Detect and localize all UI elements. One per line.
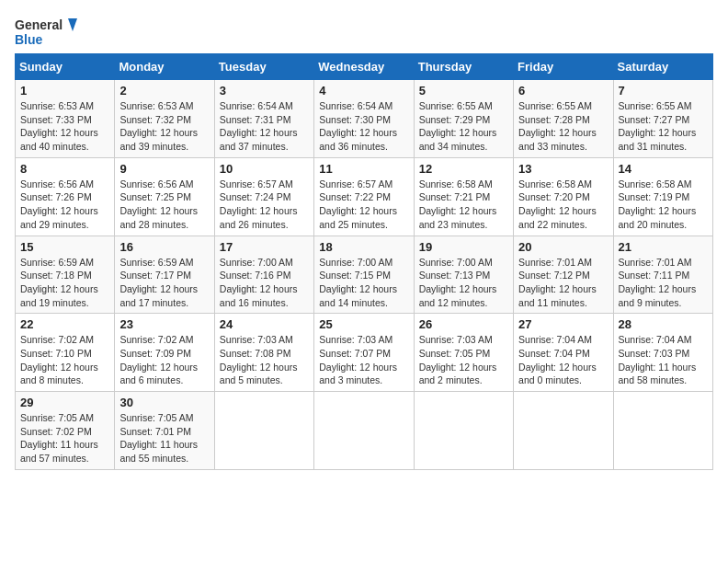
day-cell: 5Sunrise: 6:55 AMSunset: 7:29 PMDaylight…	[414, 80, 513, 158]
day-cell: 27Sunrise: 7:04 AMSunset: 7:04 PMDayligh…	[514, 314, 613, 392]
day-info: Sunrise: 6:59 AMSunset: 7:18 PMDaylight:…	[20, 256, 109, 310]
day-cell: 30Sunrise: 7:05 AMSunset: 7:01 PMDayligh…	[115, 392, 214, 470]
day-info: Sunrise: 6:55 AMSunset: 7:29 PMDaylight:…	[419, 99, 508, 154]
col-header-monday: Monday	[115, 54, 214, 80]
week-row-3: 15Sunrise: 6:59 AMSunset: 7:18 PMDayligh…	[16, 236, 713, 314]
day-cell: 14Sunrise: 6:58 AMSunset: 7:19 PMDayligh…	[613, 157, 712, 236]
day-number: 22	[20, 317, 109, 331]
day-number: 13	[518, 162, 608, 176]
day-cell: 17Sunrise: 7:00 AMSunset: 7:16 PMDayligh…	[214, 236, 313, 314]
day-cell: 11Sunrise: 6:57 AMSunset: 7:22 PMDayligh…	[314, 157, 414, 236]
day-number: 11	[319, 162, 408, 176]
day-info: Sunrise: 7:00 AMSunset: 7:16 PMDaylight:…	[220, 256, 309, 310]
day-info: Sunrise: 7:00 AMSunset: 7:15 PMDaylight:…	[319, 256, 408, 310]
day-number: 3	[220, 84, 309, 98]
day-number: 29	[20, 396, 109, 409]
day-cell: 26Sunrise: 7:03 AMSunset: 7:05 PMDayligh…	[414, 314, 513, 392]
day-number: 20	[518, 240, 608, 254]
day-number: 5	[419, 84, 508, 98]
day-cell	[613, 392, 712, 470]
day-info: Sunrise: 7:04 AMSunset: 7:04 PMDaylight:…	[518, 333, 608, 387]
day-info: Sunrise: 7:02 AMSunset: 7:10 PMDaylight:…	[20, 333, 109, 387]
day-cell	[414, 392, 513, 470]
day-cell: 10Sunrise: 6:57 AMSunset: 7:24 PMDayligh…	[214, 157, 313, 236]
day-info: Sunrise: 6:53 AMSunset: 7:33 PMDaylight:…	[20, 99, 109, 154]
day-cell: 21Sunrise: 7:01 AMSunset: 7:11 PMDayligh…	[613, 236, 712, 314]
day-number: 14	[619, 162, 708, 176]
day-cell: 22Sunrise: 7:02 AMSunset: 7:10 PMDayligh…	[16, 314, 115, 392]
day-number: 7	[619, 84, 708, 98]
day-number: 1	[20, 84, 109, 98]
day-number: 16	[119, 240, 209, 254]
day-number: 27	[518, 317, 608, 331]
calendar-table: SundayMondayTuesdayWednesdayThursdayFrid…	[15, 53, 713, 470]
day-info: Sunrise: 7:01 AMSunset: 7:12 PMDaylight:…	[518, 256, 608, 310]
day-cell: 28Sunrise: 7:04 AMSunset: 7:03 PMDayligh…	[613, 314, 712, 392]
day-cell: 15Sunrise: 6:59 AMSunset: 7:18 PMDayligh…	[16, 236, 115, 314]
day-info: Sunrise: 6:55 AMSunset: 7:28 PMDaylight:…	[518, 99, 608, 154]
day-cell: 8Sunrise: 6:56 AMSunset: 7:26 PMDaylight…	[16, 157, 115, 236]
day-cell: 7Sunrise: 6:55 AMSunset: 7:27 PMDaylight…	[613, 80, 712, 158]
day-cell: 2Sunrise: 6:53 AMSunset: 7:32 PMDaylight…	[115, 80, 214, 158]
day-info: Sunrise: 6:59 AMSunset: 7:17 PMDaylight:…	[119, 256, 209, 310]
day-number: 12	[419, 162, 508, 176]
col-header-tuesday: Tuesday	[214, 54, 313, 80]
day-cell: 16Sunrise: 6:59 AMSunset: 7:17 PMDayligh…	[115, 236, 214, 314]
col-header-wednesday: Wednesday	[314, 54, 414, 80]
day-cell: 4Sunrise: 6:54 AMSunset: 7:30 PMDaylight…	[314, 80, 414, 158]
day-number: 30	[119, 396, 209, 409]
svg-marker-2	[68, 18, 77, 31]
day-cell: 6Sunrise: 6:55 AMSunset: 7:28 PMDaylight…	[514, 80, 613, 158]
day-cell: 12Sunrise: 6:58 AMSunset: 7:21 PMDayligh…	[414, 157, 513, 236]
day-number: 17	[220, 240, 309, 254]
week-row-2: 8Sunrise: 6:56 AMSunset: 7:26 PMDaylight…	[16, 157, 713, 236]
logo-svg: General Blue	[15, 15, 79, 50]
day-cell: 24Sunrise: 7:03 AMSunset: 7:08 PMDayligh…	[214, 314, 313, 392]
day-cell	[314, 392, 414, 470]
day-number: 24	[220, 317, 309, 331]
day-info: Sunrise: 6:58 AMSunset: 7:21 PMDaylight:…	[419, 178, 508, 232]
day-number: 25	[319, 317, 408, 331]
svg-text:Blue: Blue	[15, 32, 43, 47]
day-info: Sunrise: 7:00 AMSunset: 7:13 PMDaylight:…	[419, 256, 508, 310]
col-header-saturday: Saturday	[613, 54, 712, 80]
day-number: 6	[518, 84, 608, 98]
day-number: 28	[619, 317, 708, 331]
day-info: Sunrise: 7:05 AMSunset: 7:02 PMDaylight:…	[20, 411, 109, 465]
day-info: Sunrise: 7:02 AMSunset: 7:09 PMDaylight:…	[119, 333, 209, 387]
day-info: Sunrise: 7:03 AMSunset: 7:08 PMDaylight:…	[220, 333, 309, 387]
day-number: 26	[419, 317, 508, 331]
day-cell: 29Sunrise: 7:05 AMSunset: 7:02 PMDayligh…	[16, 392, 115, 470]
day-info: Sunrise: 6:53 AMSunset: 7:32 PMDaylight:…	[119, 99, 209, 154]
svg-text:General: General	[15, 17, 63, 32]
day-number: 9	[119, 162, 209, 176]
day-info: Sunrise: 6:58 AMSunset: 7:19 PMDaylight:…	[619, 178, 708, 232]
day-cell: 23Sunrise: 7:02 AMSunset: 7:09 PMDayligh…	[115, 314, 214, 392]
day-number: 18	[319, 240, 408, 254]
day-info: Sunrise: 7:05 AMSunset: 7:01 PMDaylight:…	[119, 411, 209, 465]
day-cell: 3Sunrise: 6:54 AMSunset: 7:31 PMDaylight…	[214, 80, 313, 158]
day-number: 8	[20, 162, 109, 176]
day-info: Sunrise: 6:54 AMSunset: 7:30 PMDaylight:…	[319, 99, 408, 154]
day-info: Sunrise: 7:03 AMSunset: 7:07 PMDaylight:…	[319, 333, 408, 387]
day-cell: 19Sunrise: 7:00 AMSunset: 7:13 PMDayligh…	[414, 236, 513, 314]
week-row-1: 1Sunrise: 6:53 AMSunset: 7:33 PMDaylight…	[16, 80, 713, 158]
day-cell: 25Sunrise: 7:03 AMSunset: 7:07 PMDayligh…	[314, 314, 414, 392]
day-info: Sunrise: 6:55 AMSunset: 7:27 PMDaylight:…	[619, 99, 708, 154]
col-header-sunday: Sunday	[16, 54, 115, 80]
day-info: Sunrise: 7:03 AMSunset: 7:05 PMDaylight:…	[419, 333, 508, 387]
day-cell: 13Sunrise: 6:58 AMSunset: 7:20 PMDayligh…	[514, 157, 613, 236]
col-header-friday: Friday	[514, 54, 613, 80]
day-cell: 18Sunrise: 7:00 AMSunset: 7:15 PMDayligh…	[314, 236, 414, 314]
day-number: 19	[419, 240, 508, 254]
day-cell: 20Sunrise: 7:01 AMSunset: 7:12 PMDayligh…	[514, 236, 613, 314]
day-number: 21	[619, 240, 708, 254]
day-cell: 1Sunrise: 6:53 AMSunset: 7:33 PMDaylight…	[16, 80, 115, 158]
logo: General Blue	[15, 15, 79, 50]
day-info: Sunrise: 6:56 AMSunset: 7:25 PMDaylight:…	[119, 178, 209, 232]
page-header: General Blue	[15, 15, 713, 50]
week-row-5: 29Sunrise: 7:05 AMSunset: 7:02 PMDayligh…	[16, 392, 713, 470]
day-info: Sunrise: 6:58 AMSunset: 7:20 PMDaylight:…	[518, 178, 608, 232]
day-cell	[514, 392, 613, 470]
day-info: Sunrise: 7:01 AMSunset: 7:11 PMDaylight:…	[619, 256, 708, 310]
